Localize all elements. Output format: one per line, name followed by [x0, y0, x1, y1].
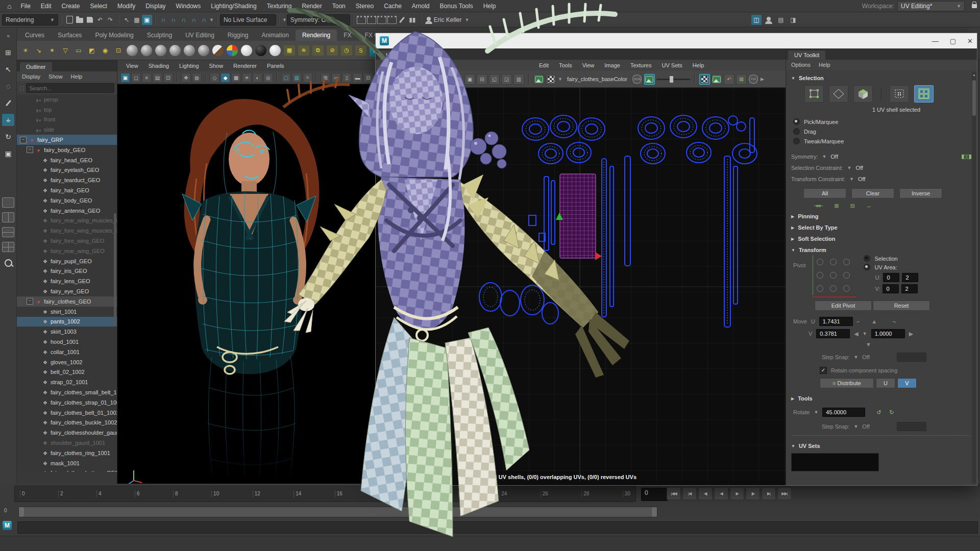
color-wheel-shader-icon[interactable] [227, 45, 238, 56]
collapsed-section-header[interactable]: ▶ Soft Selection [790, 233, 972, 244]
distribute-v-button[interactable]: V [897, 378, 917, 388]
uv-sets-list[interactable] [791, 453, 879, 471]
live-surface-field[interactable]: No Live Surface [220, 14, 276, 26]
outliner-item[interactable]: − hood_1001 [17, 337, 117, 347]
collapsed-section-header[interactable]: ▶ Pinning [790, 210, 972, 221]
uv-editor-menu-item[interactable]: Tools [554, 62, 577, 68]
distribute-button[interactable]: ≡ Distribute [820, 378, 874, 388]
outliner-item[interactable]: − persp [17, 94, 117, 105]
render-sequence-icon[interactable] [387, 15, 397, 25]
snap-view-plane-icon[interactable]: ∩ [199, 15, 209, 25]
shelf-tab[interactable]: Surfaces [51, 30, 88, 41]
chevron-down-icon[interactable]: ▼ [465, 17, 470, 22]
rotate-value-field[interactable]: 45.0000 [822, 408, 865, 417]
shelf-tab[interactable]: Poly Modeling [88, 30, 140, 41]
outliner-item[interactable]: − skirt_1003 [17, 327, 117, 337]
account-icon[interactable] [424, 15, 434, 25]
shade-uvs-icon[interactable]: ◧ [440, 74, 451, 85]
outliner-item[interactable]: − fairy_rear_wing_muscles_GE [17, 216, 117, 226]
outliner-item[interactable]: − fairy_eyelash_GEO [17, 165, 117, 176]
pause-icon[interactable]: ▮▮ [407, 15, 418, 25]
pencil-shader-ball-icon[interactable] [212, 45, 224, 56]
outliner-item[interactable]: − front [17, 115, 117, 125]
face-mode-icon[interactable] [853, 85, 873, 103]
select-component-icon[interactable]: ▣ [142, 15, 152, 25]
outliner-item[interactable]: − strap_02_1001 [17, 377, 117, 387]
standard-surface-shader-ball-icon[interactable] [127, 45, 138, 56]
frame-selected-icon[interactable]: ◲ [501, 74, 512, 85]
outliner-menu-item[interactable]: Help [71, 73, 83, 80]
baked-texture-icon[interactable] [712, 74, 722, 85]
chevron-down-icon[interactable]: ▼ [822, 154, 827, 159]
pivot-position-grid[interactable] [813, 255, 856, 295]
uv-toolkit-tab[interactable]: UV Toolkit [788, 51, 825, 60]
image-dim-slider[interactable] [656, 79, 690, 80]
filter-icon[interactable]: ⬚ [19, 85, 24, 91]
single-pane-layout-icon[interactable] [2, 197, 14, 208]
uv-grid-icon[interactable]: ⊞ [391, 74, 402, 85]
rgb-channels-icon[interactable]: RGB [632, 74, 643, 85]
close-icon[interactable]: ✕ [967, 37, 973, 45]
range-slider[interactable] [18, 507, 657, 517]
move-tool-icon[interactable]: ↔↕ [2, 114, 14, 126]
rotate-step-snap-value[interactable]: Off [862, 423, 893, 430]
outliner-search-input[interactable] [26, 83, 114, 93]
viewport-menu-item[interactable]: Panels [262, 63, 289, 69]
distribute-u-button[interactable]: U [876, 378, 895, 388]
uv-borders-icon[interactable]: ▢ [452, 74, 463, 85]
phong-shader-ball-icon[interactable] [169, 45, 181, 56]
move-down-arrow[interactable]: ▼ [866, 341, 871, 347]
outliner-item[interactable]: − gloves_1002 [17, 357, 117, 367]
menu-item[interactable]: Stereo [351, 3, 379, 10]
chevron-down-icon[interactable]: ▼ [849, 177, 854, 182]
outliner-item[interactable]: − fairy_clothes_buttons_GEO [17, 468, 117, 472]
time-slider[interactable]: 024681012141618202224262830 [14, 486, 636, 502]
shelf-tab[interactable]: Animation [255, 30, 296, 41]
outliner-item[interactable]: − shoulder_gaurd_1001 [17, 438, 117, 448]
u-max-field[interactable]: 2 [902, 273, 918, 282]
marquee-mode-option[interactable]: Drag [790, 127, 972, 136]
area-light-icon[interactable]: ▭ [74, 45, 84, 56]
render-sequence-s-icon[interactable]: S [355, 45, 366, 56]
ambient-light-icon[interactable]: ☀ [20, 45, 31, 56]
stacked-layout-icon[interactable] [2, 227, 14, 237]
psd-network-icon[interactable]: PSD [748, 74, 759, 85]
checker-map-toggle-icon[interactable] [699, 74, 710, 85]
outliner-item[interactable]: − fairy_body_GEO [17, 145, 117, 155]
transform-constraint-value[interactable]: Off [858, 176, 865, 182]
display-image-icon[interactable] [533, 74, 544, 85]
outliner-item[interactable]: − fairy_lens_GEO [17, 276, 117, 286]
outliner-item[interactable]: − fairy_hair_GEO [17, 185, 117, 195]
outliner-item[interactable]: − fairy_clothes_belt_01_1002 [17, 408, 117, 418]
step-forward-key-icon[interactable]: ▶| [762, 487, 776, 500]
snap-grid-icon[interactable]: ∩ [158, 15, 168, 25]
menu-item[interactable]: Arnold [407, 3, 435, 10]
chevron-down-icon[interactable]: ▼ [847, 165, 852, 170]
uv-shell-mode-icon[interactable] [914, 85, 934, 103]
isolate-uv-icon[interactable]: ▥ [513, 74, 524, 85]
selection-section-header[interactable]: ▼ Selection [790, 72, 972, 83]
transform-section-header[interactable]: ▼ Transform [790, 244, 972, 255]
modeling-toolkit-toggle-icon[interactable]: ◫ [751, 15, 762, 25]
uv-distortion-icon[interactable]: ◩ [428, 74, 438, 85]
grid-toggle-icon[interactable]: ⊞ [2, 46, 14, 59]
outliner-item[interactable]: − side [17, 124, 117, 135]
outliner-item[interactable]: − fairy_body_GEO [17, 195, 117, 206]
uv-sets-section-header[interactable]: ▼ UV Sets [790, 440, 972, 451]
attribute-editor-toggle-icon[interactable]: ▤ [776, 15, 786, 25]
window-titlebar[interactable]: M — ▢ ✕ [376, 33, 977, 48]
four-pane-layout-icon[interactable] [2, 242, 14, 252]
render-time-icon[interactable]: ◷ [341, 45, 352, 56]
uv-toolkit-scrollbar[interactable]: ▲ [972, 72, 976, 483]
outliner-item[interactable]: − fairy_fore_wing_GEO [17, 236, 117, 246]
texture-borders-icon[interactable]: ▣ [464, 74, 475, 85]
zoom-layout-icon[interactable] [2, 257, 14, 269]
menu-item[interactable]: Modify [112, 3, 140, 10]
symmetry-field[interactable]: Symmetry: Off [287, 14, 350, 26]
move-u-field[interactable]: 1.7431 [819, 317, 853, 326]
directional-light-icon[interactable]: ↘ [34, 45, 44, 56]
select-border-icon[interactable]: ↔ [866, 203, 872, 209]
play-forwards-icon[interactable]: ▶ [730, 487, 744, 500]
texture-name-dropdown[interactable]: fairy_clothes_baseColor [564, 76, 630, 82]
outliner-item[interactable]: − fairy_antenna_GEO [17, 206, 117, 216]
